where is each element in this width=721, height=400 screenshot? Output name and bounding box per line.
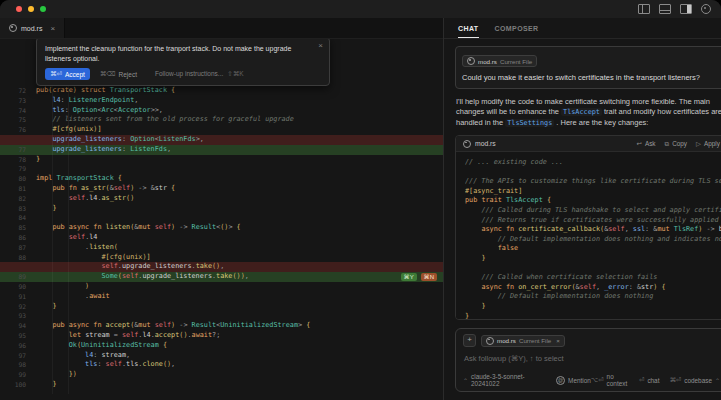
chevron-up-icon: ⌃	[715, 377, 720, 384]
code-line: 75 // listeners sent from the old proces…	[0, 115, 443, 125]
diff-accept-badge[interactable]: ⌘Y	[401, 273, 417, 281]
tab-chat[interactable]: CHAT	[458, 18, 479, 38]
line-text: }	[36, 302, 56, 312]
chat-code-line: async fn certificate_callback(&self, ssl…	[465, 225, 721, 235]
settings-gear-icon[interactable]	[701, 4, 711, 14]
chat-code-line	[465, 264, 721, 274]
rust-file-icon	[463, 140, 471, 148]
context-file-chip[interactable]: mod.rs Current File	[462, 55, 537, 67]
editor-pane[interactable]: × Implement the cleanup function for the…	[0, 39, 443, 400]
editor-tabstrip: mod.rs ×	[0, 18, 443, 39]
rust-file-icon	[486, 337, 494, 345]
chip-close-icon[interactable]: ×	[556, 337, 560, 344]
code-line: 72pub(crate) struct TransportStack {	[0, 86, 443, 96]
code-line: 87 .listen(	[0, 243, 443, 253]
chat-code-line	[465, 168, 721, 178]
chat-code-line: }	[465, 302, 721, 312]
line-number: 99	[0, 370, 26, 380]
code-line: 91 .await	[0, 292, 443, 302]
chat-code-line: false	[465, 244, 721, 254]
ask-button[interactable]: ↩Ask	[637, 140, 656, 148]
inline-edit-prompt: × Implement the cleanup function for the…	[36, 39, 330, 86]
chat-code-line: /// Called during TLS handshake to selec…	[465, 206, 721, 216]
toggle-right-panel-icon[interactable]	[680, 4, 692, 14]
code-line: 86 self.l4	[0, 233, 443, 243]
line-number: 95	[0, 331, 26, 341]
followup-shortcut: ⇧⌘K	[227, 70, 243, 78]
reject-shortcut: ⌘⌫	[100, 70, 116, 78]
line-text: impl TransportStack {	[36, 174, 122, 184]
line-text: self.l4.as_str()	[36, 194, 134, 204]
tab-close-icon[interactable]: ×	[50, 24, 55, 33]
followup-instructions-button[interactable]: Follow-up instructions... ⇧⌘K	[155, 70, 244, 78]
line-number: 80	[0, 174, 26, 184]
line-number: 81	[0, 184, 26, 194]
hint-no-context[interactable]: ⌥⏎no context	[591, 373, 629, 387]
tab-composer[interactable]: COMPOSER	[495, 18, 539, 38]
rust-file-icon	[467, 57, 475, 65]
apply-button[interactable]: ▷Apply	[696, 140, 720, 148]
hint-chat[interactable]: ⏎chat	[639, 376, 659, 384]
code-line: 85 pub async fn listen(&mut self) -> Res…	[0, 223, 443, 233]
assistant-text: . Here are the key changes:	[554, 118, 648, 127]
reject-label: Reject	[119, 71, 137, 78]
line-text: pub(crate) struct TransportStack {	[36, 86, 175, 96]
code-line: 84	[0, 213, 443, 223]
chat-body: mod.rs Current File Could you make it ea…	[444, 39, 721, 400]
hint-codebase[interactable]: ⌘⏎codebase⌃	[669, 376, 720, 384]
inline-code: TlsSettings	[505, 119, 554, 127]
at-icon: @	[556, 376, 565, 385]
input-footer: ⌃ claude-3-5-sonnet-20241022 @ Mention ⌥…	[463, 373, 720, 387]
code-line: 78}	[0, 155, 443, 165]
line-text: upgrade_listeners: ListenFds,	[36, 145, 171, 155]
indent-guide	[52, 83, 53, 394]
toggle-left-panel-icon[interactable]	[638, 4, 650, 14]
code-line-added: 89 Some(self.upgrade_listeners.take()),⌘…	[0, 272, 443, 282]
copy-button[interactable]: ⧉Copy	[665, 140, 688, 148]
mention-label: Mention	[568, 377, 591, 384]
line-number: 94	[0, 321, 26, 331]
line-text	[36, 164, 40, 174]
code-line: 99 })	[0, 370, 443, 380]
accept-shortcut: ⌘⏎	[50, 70, 62, 78]
minimize-window-button[interactable]	[28, 6, 34, 12]
code-line-added: 77 upgrade_listeners: ListenFds,	[0, 145, 443, 155]
line-number: 79	[0, 164, 26, 174]
close-window-button[interactable]	[16, 6, 22, 12]
accept-button[interactable]: ⌘⏎ Accept	[45, 68, 90, 80]
chat-input[interactable]: Ask followup (⌘Y), ↑ to select	[464, 354, 719, 363]
add-context-button[interactable]: +	[463, 334, 476, 347]
line-number: 93	[0, 311, 26, 321]
input-file-chip[interactable]: mod.rs Current File ×	[481, 335, 565, 347]
code-line: 92 }	[0, 302, 443, 312]
zoom-window-button[interactable]	[40, 6, 46, 12]
code-block-actions: ↩Ask⧉Copy▷Apply	[637, 140, 720, 148]
line-number: 83	[0, 204, 26, 214]
line-text: })	[36, 370, 77, 380]
diff-reject-badge[interactable]: ⌘N	[421, 273, 437, 281]
line-text: pub fn as_str(&self) -> &str {	[36, 184, 175, 194]
hint-label: chat	[647, 377, 659, 384]
line-number: 96	[0, 341, 26, 351]
line-text: #[cfg(unix)]	[36, 253, 151, 263]
code-line: 82 self.l4.as_str()	[0, 194, 443, 204]
code-line: 98 tls: self.tls.clone(),	[0, 360, 443, 370]
model-selector[interactable]: ⌃ claude-3-5-sonnet-20241022	[463, 373, 546, 387]
line-number: 82	[0, 194, 26, 204]
prompt-close-icon[interactable]: ×	[318, 41, 323, 50]
line-text	[36, 311, 40, 321]
copy-label: Copy	[672, 140, 687, 147]
tab-mod-rs[interactable]: mod.rs ×	[0, 18, 65, 38]
code-block-file-label: mod.rs	[475, 140, 496, 147]
code-line: 88 #[cfg(unix)]	[0, 253, 443, 263]
line-number: 75	[0, 115, 26, 125]
chat-code-block: mod.rs ↩Ask⧉Copy▷Apply // ... existing c…	[455, 135, 721, 320]
code-line: 100 }	[0, 380, 443, 390]
reject-button[interactable]: ⌘⌫ Reject	[100, 70, 137, 78]
layout-controls	[638, 4, 711, 14]
toggle-bottom-panel-icon[interactable]	[659, 4, 671, 14]
titlebar	[0, 0, 721, 18]
mention-button[interactable]: @ Mention	[556, 376, 591, 385]
apply-icon: ▷	[696, 140, 701, 148]
code-line-removed: self.upgrade_listeners.take(),	[0, 262, 443, 272]
